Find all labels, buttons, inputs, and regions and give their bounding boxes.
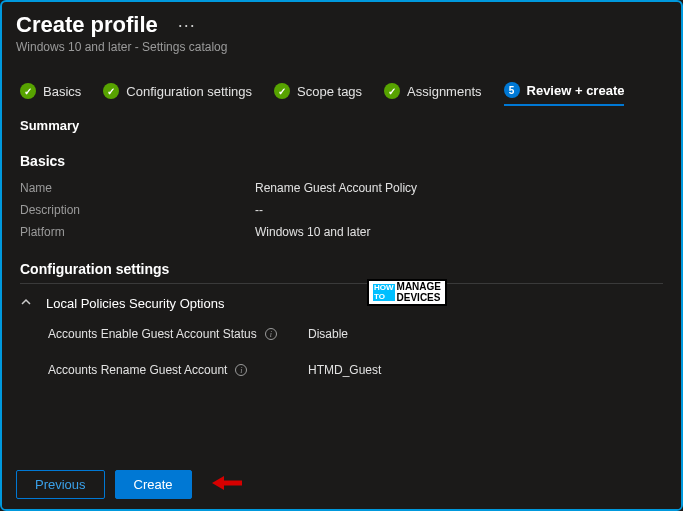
arrow-annotation-icon bbox=[210, 473, 246, 497]
check-icon: ✓ bbox=[103, 83, 119, 99]
footer-bar: Previous Create bbox=[2, 460, 681, 509]
header: Create profile ··· Windows 10 and later … bbox=[2, 2, 681, 58]
chevron-up-icon bbox=[20, 296, 32, 311]
kv-key: Name bbox=[20, 181, 255, 195]
step-number-icon: 5 bbox=[504, 82, 520, 98]
info-icon[interactable]: i bbox=[235, 364, 247, 376]
setting-value: Disable bbox=[308, 327, 348, 341]
kv-platform: Platform Windows 10 and later bbox=[20, 225, 663, 239]
more-icon[interactable]: ··· bbox=[178, 15, 196, 36]
step-basics[interactable]: ✓ Basics bbox=[20, 83, 81, 99]
kv-val: Rename Guest Account Policy bbox=[255, 181, 417, 195]
page-subtitle: Windows 10 and later - Settings catalog bbox=[16, 40, 667, 54]
watermark-text: MANAGE DEVICES bbox=[397, 282, 441, 303]
page-title: Create profile bbox=[16, 12, 158, 38]
config-settings-heading: Configuration settings bbox=[20, 261, 663, 277]
check-icon: ✓ bbox=[274, 83, 290, 99]
check-icon: ✓ bbox=[20, 83, 36, 99]
watermark-logo: HOW TO MANAGE DEVICES bbox=[367, 279, 447, 306]
step-scope-tags[interactable]: ✓ Scope tags bbox=[274, 83, 362, 99]
step-label: Scope tags bbox=[297, 84, 362, 99]
info-icon[interactable]: i bbox=[265, 328, 277, 340]
kv-key: Platform bbox=[20, 225, 255, 239]
kv-name: Name Rename Guest Account Policy bbox=[20, 181, 663, 195]
step-review-create[interactable]: 5 Review + create bbox=[504, 82, 625, 106]
setting-label-text: Accounts Rename Guest Account bbox=[48, 363, 227, 377]
collapse-label: Local Policies Security Options bbox=[46, 296, 224, 311]
setting-value: HTMD_Guest bbox=[308, 363, 381, 377]
divider bbox=[20, 283, 663, 284]
kv-description: Description -- bbox=[20, 203, 663, 217]
summary-label: Summary bbox=[20, 118, 663, 133]
kv-key: Description bbox=[20, 203, 255, 217]
setting-label-text: Accounts Enable Guest Account Status bbox=[48, 327, 257, 341]
step-label: Assignments bbox=[407, 84, 481, 99]
step-label: Basics bbox=[43, 84, 81, 99]
collapse-local-policies[interactable]: Local Policies Security Options bbox=[20, 296, 663, 311]
setting-rename-guest-account: Accounts Rename Guest Account i HTMD_Gue… bbox=[48, 363, 663, 377]
wizard-steps: ✓ Basics ✓ Configuration settings ✓ Scop… bbox=[2, 58, 681, 108]
step-label: Review + create bbox=[527, 83, 625, 98]
create-button[interactable]: Create bbox=[115, 470, 192, 499]
step-configuration-settings[interactable]: ✓ Configuration settings bbox=[103, 83, 252, 99]
watermark-how: HOW TO bbox=[373, 284, 395, 302]
check-icon: ✓ bbox=[384, 83, 400, 99]
step-label: Configuration settings bbox=[126, 84, 252, 99]
setting-guest-account-status: Accounts Enable Guest Account Status i D… bbox=[48, 327, 663, 341]
step-assignments[interactable]: ✓ Assignments bbox=[384, 83, 481, 99]
kv-val: Windows 10 and later bbox=[255, 225, 370, 239]
kv-val: -- bbox=[255, 203, 263, 217]
basics-heading: Basics bbox=[20, 153, 663, 169]
content-area: Summary Basics Name Rename Guest Account… bbox=[2, 108, 681, 409]
previous-button[interactable]: Previous bbox=[16, 470, 105, 499]
